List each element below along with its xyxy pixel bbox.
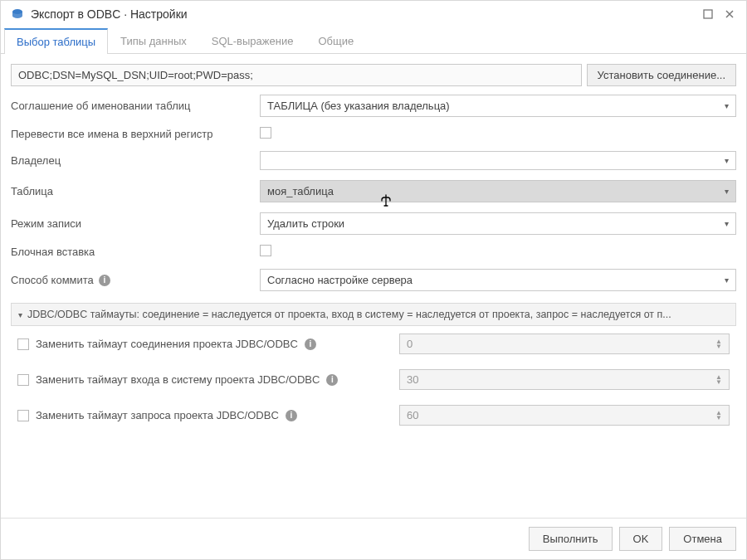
connection-string-input[interactable] xyxy=(11,64,582,86)
spinner-buttons[interactable]: ▲▼ xyxy=(715,375,722,385)
spinner-value: 30 xyxy=(407,373,418,386)
timeout-login-spinner[interactable]: 30 ▲▼ xyxy=(399,369,730,390)
timeout-row-query: Заменить таймаут запроса проекта JDBC/OD… xyxy=(11,397,736,433)
timeout-login-checkbox[interactable] xyxy=(17,374,29,386)
cancel-button[interactable]: Отмена xyxy=(669,527,736,551)
timeouts-header-text: JDBC/ODBC таймауты: соединение = наследу… xyxy=(27,309,671,320)
timeout-label-text: Заменить таймаут запроса проекта JDBC/OD… xyxy=(36,409,279,421)
svg-rect-1 xyxy=(704,10,712,18)
table-select[interactable]: моя_таблица ▾ xyxy=(260,180,736,202)
select-value: ТАБЛИЦА (без указания владельца) xyxy=(267,100,450,112)
ok-button[interactable]: OK xyxy=(619,527,663,551)
naming-label: Соглашение об именовании таблиц xyxy=(11,100,260,112)
close-button[interactable] xyxy=(723,7,736,21)
commit-label-text: Способ коммита xyxy=(11,274,94,286)
tab-table-select[interactable]: Выбор таблицы xyxy=(4,28,108,54)
window-title: Экспорт в ODBC · Настройки xyxy=(31,7,693,21)
naming-select[interactable]: ТАБЛИЦА (без указания владельца) ▾ xyxy=(260,95,736,117)
footer: Выполнить OK Отмена xyxy=(1,518,746,559)
timeout-label-text: Заменить таймаут соединения проекта JDBC… xyxy=(36,338,298,350)
tabs: Выбор таблицы Типы данных SQL-выражение … xyxy=(1,27,746,54)
block-insert-label: Блочная вставка xyxy=(11,246,260,258)
owner-select[interactable]: ▾ xyxy=(260,151,736,170)
timeout-query-spinner[interactable]: 60 ▲▼ xyxy=(399,405,730,426)
tab-general[interactable]: Общие xyxy=(305,28,366,54)
block-insert-checkbox[interactable] xyxy=(260,245,271,256)
timeout-label-text: Заменить таймаут входа в систему проекта… xyxy=(36,373,320,386)
tab-data-types[interactable]: Типы данных xyxy=(108,28,199,54)
chevron-down-icon: ▾ xyxy=(725,187,729,196)
spinner-value: 0 xyxy=(407,338,413,350)
tab-label: SQL-выражение xyxy=(212,35,294,47)
info-icon[interactable]: i xyxy=(305,338,316,350)
timeout-row-connection: Заменить таймаут соединения проекта JDBC… xyxy=(11,326,736,362)
timeout-query-checkbox[interactable] xyxy=(17,410,29,421)
select-value: моя_таблица xyxy=(267,185,334,197)
chevron-down-icon: ▾ xyxy=(725,101,729,110)
tab-label: Типы данных xyxy=(120,35,187,47)
timeout-connection-spinner[interactable]: 0 ▲▼ xyxy=(399,334,730,354)
owner-label: Владелец xyxy=(11,154,260,167)
write-mode-label: Режим записи xyxy=(11,217,260,230)
content: Установить соединение... Соглашение об и… xyxy=(1,54,746,518)
connect-button[interactable]: Установить соединение... xyxy=(587,64,736,86)
connection-row: Установить соединение... xyxy=(11,64,736,86)
execute-button[interactable]: Выполнить xyxy=(529,527,613,551)
chevron-down-icon: ▾ xyxy=(725,156,729,165)
form: Соглашение об именовании таблиц ТАБЛИЦА … xyxy=(11,95,736,291)
tab-sql-expression[interactable]: SQL-выражение xyxy=(199,28,306,54)
info-icon[interactable]: i xyxy=(326,374,338,386)
timeout-connection-checkbox[interactable] xyxy=(17,338,29,350)
write-mode-select[interactable]: Удалить строки ▾ xyxy=(260,212,736,235)
maximize-button[interactable] xyxy=(701,7,715,21)
chevron-down-icon: ▾ xyxy=(18,310,22,319)
uppercase-checkbox[interactable] xyxy=(260,127,271,139)
select-value: Удалить строки xyxy=(267,217,344,230)
chevron-down-icon: ▾ xyxy=(725,275,729,285)
chevron-down-icon: ▾ xyxy=(725,219,729,228)
tab-label: Выбор таблицы xyxy=(17,36,95,48)
timeout-row-login: Заменить таймаут входа в систему проекта… xyxy=(11,362,736,397)
uppercase-label: Перевести все имена в верхний регистр xyxy=(11,128,260,140)
table-label: Таблица xyxy=(11,185,260,197)
spinner-value: 60 xyxy=(407,409,418,421)
commit-select[interactable]: Согласно настройке сервера ▾ xyxy=(260,269,736,291)
titlebar: Экспорт в ODBC · Настройки xyxy=(1,1,746,27)
info-icon[interactable]: i xyxy=(286,410,297,421)
tab-label: Общие xyxy=(318,35,354,47)
info-icon[interactable]: i xyxy=(99,275,110,286)
spinner-buttons[interactable]: ▲▼ xyxy=(715,411,722,421)
select-value: Согласно настройке сервера xyxy=(267,274,413,286)
app-icon xyxy=(11,7,24,21)
timeouts-body: Заменить таймаут соединения проекта JDBC… xyxy=(11,326,736,433)
timeouts-header[interactable]: ▾ JDBC/ODBC таймауты: соединение = насле… xyxy=(11,303,736,326)
spinner-buttons[interactable]: ▲▼ xyxy=(715,339,722,349)
commit-label: Способ коммита i xyxy=(11,274,260,286)
